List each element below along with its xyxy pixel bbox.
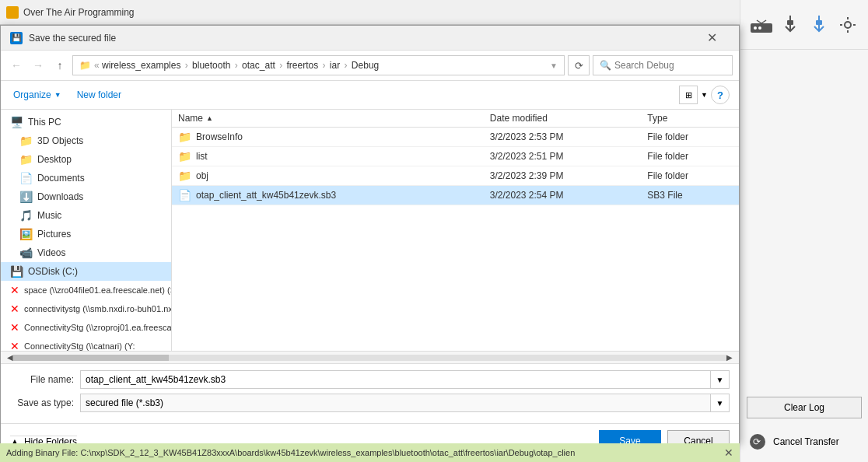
hscroll-track[interactable]	[13, 355, 726, 361]
save-as-input[interactable]	[80, 394, 711, 412]
search-bar[interactable]: 🔍	[593, 55, 733, 75]
hscroll[interactable]: ◀ ▶	[1, 351, 739, 363]
search-icon: 🔍	[600, 60, 611, 71]
sidebar-item-connectivity-w[interactable]: ✕ connectivitystg (\\smb.nxdi.ro-buh01.n…	[1, 299, 171, 318]
back-button[interactable]: ←	[7, 56, 26, 75]
svg-point-7	[845, 22, 851, 28]
hscroll-thumb[interactable]	[13, 355, 169, 361]
svg-point-2	[758, 26, 761, 30]
sidebar-item-pictures[interactable]: 🖼️ Pictures	[1, 225, 171, 243]
status-bar: Adding Binary File: C:\nxp\SDK_2_12_3_KW…	[0, 443, 740, 462]
documents-icon: 📄	[19, 172, 33, 184]
svg-point-1	[754, 26, 757, 30]
app-icon	[6, 6, 19, 19]
breadcrumb[interactable]: 📁 « wireless_examples › bluetooth › otac…	[72, 55, 565, 75]
3dobjects-icon: 📁	[19, 135, 33, 147]
svg-text:⟳: ⟳	[753, 436, 761, 447]
sidebar: 🖥️ This PC 📁 3D Objects 📁 Desktop 📄 Docu…	[1, 110, 172, 351]
new-folder-button[interactable]: New folder	[74, 88, 124, 102]
settings-icon[interactable]	[833, 9, 862, 40]
sidebar-item-desktop[interactable]: 📁 Desktop	[1, 150, 171, 169]
pictures-icon: 🖼️	[19, 228, 33, 240]
nav-bar: ← → ↑ 📁 « wireless_examples › bluetooth …	[1, 51, 739, 81]
sidebar-item-downloads[interactable]: ⬇️ Downloads	[1, 187, 171, 206]
connectivity-y-icon: ✕	[10, 340, 19, 351]
dialog-icon: 💾	[10, 32, 23, 44]
svg-line-3	[757, 20, 761, 23]
table-row[interactable]: 📄otap_client_att_kw45b41zevk.sb3 3/2/202…	[172, 186, 739, 205]
sidebar-item-3dobjects[interactable]: 📁 3D Objects	[1, 131, 171, 150]
sidebar-item-space-drive[interactable]: ✕ space (\\zro04file01.ea.freescale.net)…	[1, 281, 171, 299]
save-as-input-wrap: ▼	[80, 394, 730, 412]
breadcrumb-dropdown-icon: ▼	[550, 61, 558, 70]
connectivity-w-icon: ✕	[10, 303, 19, 315]
col-name[interactable]: Name ▲	[172, 110, 484, 128]
sidebar-item-music[interactable]: 🎵 Music	[1, 206, 171, 225]
sidebar-item-thispc[interactable]: 🖥️ This PC	[1, 113, 171, 131]
forward-button[interactable]: →	[29, 56, 47, 75]
connectivity-x-icon: ✕	[10, 321, 19, 334]
file-table: Name ▲ Date modified Type 📁BrowseInfo 3/…	[172, 110, 739, 205]
table-row[interactable]: 📁list 3/2/2023 2:51 PM File folder	[172, 147, 739, 166]
panel-icons	[740, 0, 868, 50]
file-name-dropdown[interactable]: ▼	[711, 370, 730, 389]
help-button[interactable]: ?	[711, 86, 730, 104]
sidebar-item-connectivity-y[interactable]: ✕ ConnectivityStg (\\catnari) (Y:	[1, 337, 171, 351]
dialog-title-bar: 💾 Save the secured file ✕	[1, 26, 739, 51]
file-name-row: File name: ▼	[10, 370, 730, 389]
status-close-button[interactable]: ✕	[724, 446, 733, 459]
organize-dropdown-icon: ▼	[54, 91, 61, 99]
search-input[interactable]	[614, 60, 726, 71]
table-row[interactable]: 📁obj 3/2/2023 2:39 PM File folder	[172, 166, 739, 186]
svg-rect-5	[787, 20, 793, 25]
sidebar-item-videos[interactable]: 📹 Videos	[1, 243, 171, 262]
cancel-transfer-row[interactable]: ⟳ Cancel Transfer	[747, 428, 862, 456]
router-icon[interactable]	[747, 9, 775, 40]
breadcrumb-icon: 📁	[79, 60, 91, 71]
file-name-label: File name:	[10, 374, 80, 385]
osdisk-icon: 💾	[10, 265, 23, 278]
breadcrumb-text: « wireless_examples › bluetooth › otac_a…	[94, 60, 379, 71]
file-icon: 📄	[178, 189, 191, 201]
hscroll-left-arrow[interactable]: ◀	[7, 353, 13, 362]
refresh-button[interactable]: ⟳	[568, 55, 590, 75]
videos-icon: 📹	[19, 247, 33, 259]
cancel-transfer-label: Cancel Transfer	[773, 436, 839, 447]
svg-line-4	[761, 20, 766, 23]
hscroll-right-arrow[interactable]: ▶	[726, 353, 733, 362]
save-dialog: 💾 Save the secured file ✕ ← → ↑ 📁 « wire…	[0, 25, 740, 443]
file-area: 🖥️ This PC 📁 3D Objects 📁 Desktop 📄 Docu…	[1, 110, 739, 351]
up-button[interactable]: ↑	[51, 56, 69, 75]
folder-icon: 📁	[178, 170, 191, 182]
dialog-close-button[interactable]: ✕	[694, 26, 730, 51]
toolbar: Organize ▼ New folder ⊞ ▼ ?	[1, 81, 739, 110]
clear-log-button[interactable]: Clear Log	[747, 397, 862, 418]
right-panel: Clear Log ⟳ Cancel Transfer	[740, 0, 868, 462]
view-toggle-button[interactable]: ⊞	[679, 86, 698, 104]
cancel-transfer-icon: ⟳	[747, 431, 768, 453]
save-as-row: Save as type: ▼	[10, 394, 730, 412]
sidebar-item-osdisk[interactable]: 💾 OSDisk (C:)	[1, 262, 171, 281]
organize-button[interactable]: Organize ▼	[10, 88, 65, 102]
desktop-icon: 📁	[19, 153, 33, 166]
sidebar-item-documents[interactable]: 📄 Documents	[1, 169, 171, 187]
space-drive-icon: ✕	[10, 284, 19, 296]
file-list: Name ▲ Date modified Type 📁BrowseInfo 3/…	[172, 110, 739, 351]
file-name-input-wrap: ▼	[80, 370, 730, 389]
panel-content: Clear Log ⟳ Cancel Transfer	[740, 50, 868, 462]
save-as-dropdown[interactable]: ▼	[711, 394, 730, 412]
col-type[interactable]: Type	[641, 110, 739, 128]
file-name-input[interactable]	[80, 370, 711, 389]
sidebar-item-connectivity-x[interactable]: ✕ ConnectivityStg (\\zroproj01.ea.freesc…	[1, 318, 171, 337]
usb2-icon[interactable]	[804, 9, 833, 40]
dialog-title: Save the secured file	[29, 33, 694, 44]
svg-rect-6	[816, 20, 822, 25]
sort-icon: ▲	[206, 114, 213, 122]
pc-icon: 🖥️	[10, 116, 23, 128]
bottom-form: File name: ▼ Save as type: ▼	[1, 363, 739, 423]
table-row[interactable]: 📁BrowseInfo 3/2/2023 2:53 PM File folder	[172, 128, 739, 147]
view-dropdown-icon: ▼	[701, 91, 708, 99]
col-date[interactable]: Date modified	[484, 110, 642, 128]
usb-icon[interactable]	[775, 9, 804, 40]
save-as-label: Save as type:	[10, 397, 80, 408]
